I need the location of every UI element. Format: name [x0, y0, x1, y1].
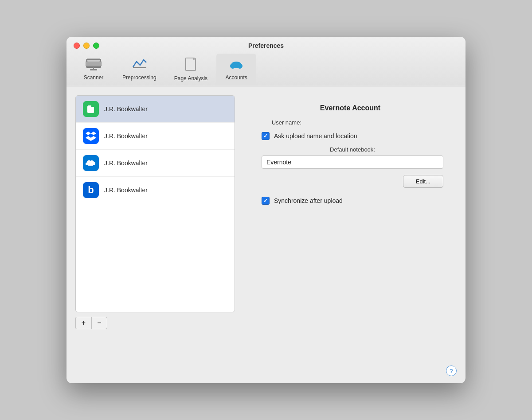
onedrive-account-name: J.R. Bookwalter [104, 159, 148, 167]
svg-rect-1 [86, 62, 102, 66]
account-item-evernote[interactable]: J.R. Bookwalter [76, 96, 235, 123]
remove-account-button[interactable]: − [91, 317, 107, 329]
user-name-label: User name: [257, 119, 301, 126]
preprocessing-icon [131, 57, 147, 73]
evernote-icon [83, 101, 99, 117]
detail-title: Evernote Account [257, 104, 443, 112]
onedrive-icon [83, 155, 99, 171]
tab-accounts[interactable]: Accounts [216, 54, 256, 86]
ask-upload-check-mark: ✓ [263, 133, 268, 139]
toolbar: Scanner Preprocessing [74, 54, 458, 86]
account-item-box[interactable]: b J.R. Bookwalter [76, 177, 235, 203]
minimize-button[interactable] [83, 43, 90, 49]
notebook-label: Default notebook: [262, 146, 443, 153]
page-analysis-tab-label: Page Analysis [174, 75, 207, 82]
scanner-tab-label: Scanner [84, 74, 104, 81]
accounts-icon [228, 57, 244, 73]
dropbox-account-name: J.R. Bookwalter [104, 132, 148, 140]
ask-upload-checkbox[interactable]: ✓ [262, 132, 270, 140]
account-item-onedrive[interactable]: J.R. Bookwalter [76, 150, 235, 177]
account-item-dropbox[interactable]: J.R. Bookwalter [76, 123, 235, 150]
add-account-button[interactable]: + [75, 317, 91, 329]
traffic-lights [74, 43, 99, 49]
ask-upload-row: ✓ Ask upload name and location [262, 132, 443, 140]
tab-scanner[interactable]: Scanner [74, 54, 113, 86]
sync-check-mark: ✓ [263, 198, 268, 204]
evernote-account-name: J.R. Bookwalter [104, 105, 148, 113]
box-letter: b [88, 184, 94, 196]
detail-panel: Evernote Account User name: ✓ Ask upload… [244, 95, 457, 352]
accounts-tab-label: Accounts [225, 74, 247, 81]
svg-point-15 [236, 64, 241, 68]
accounts-list-inner: J.R. Bookwalter J.R. Bookwalter [75, 95, 235, 312]
svg-rect-2 [87, 60, 100, 62]
window-title: Preferences [248, 42, 284, 49]
notebook-section: Default notebook: [262, 146, 443, 169]
user-name-row: User name: [257, 119, 443, 126]
preprocessing-tab-label: Preprocessing [122, 74, 156, 81]
svg-marker-17 [91, 132, 96, 135]
main-content: J.R. Bookwalter J.R. Bookwalter [66, 86, 466, 361]
window-footer: ? [66, 361, 466, 383]
box-icon: b [83, 182, 99, 198]
title-bar: Preferences Scanner [66, 37, 466, 86]
edit-button[interactable]: Edit... [403, 175, 443, 188]
scanner-icon [86, 57, 102, 73]
svg-marker-16 [86, 132, 91, 135]
help-button[interactable]: ? [446, 366, 457, 376]
list-controls: + − [75, 317, 235, 329]
maximize-button[interactable] [93, 43, 99, 49]
preferences-window: Preferences Scanner [66, 37, 466, 383]
box-account-name: J.R. Bookwalter [104, 187, 148, 194]
edit-btn-row: Edit... [257, 175, 443, 188]
sync-row: ✓ Synchronize after upload [262, 197, 443, 205]
page-analysis-icon [184, 57, 197, 74]
sync-checkbox[interactable]: ✓ [262, 197, 270, 205]
ask-upload-label: Ask upload name and location [274, 132, 357, 140]
tab-preprocessing[interactable]: Preprocessing [113, 54, 165, 86]
sync-label: Synchronize after upload [274, 197, 343, 204]
close-button[interactable] [74, 43, 80, 49]
accounts-list-panel: J.R. Bookwalter J.R. Bookwalter [75, 95, 235, 352]
svg-point-14 [232, 64, 236, 68]
svg-rect-4 [90, 69, 97, 70]
tab-page-analysis[interactable]: Page Analysis [165, 54, 216, 86]
notebook-input[interactable] [262, 156, 443, 169]
dropbox-icon [83, 128, 99, 144]
